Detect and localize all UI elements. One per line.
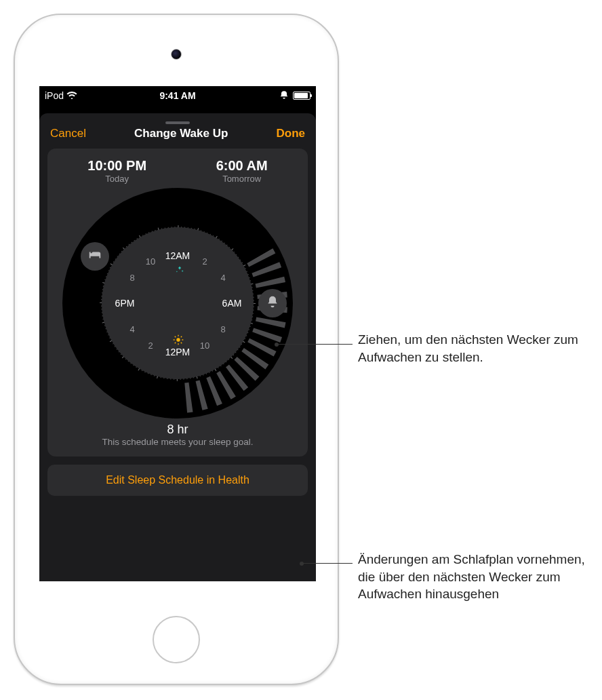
sheet-title: Change Wake Up	[86, 127, 277, 140]
status-bar: iPod 9:41 AM	[39, 86, 316, 105]
stars-icon	[175, 265, 184, 277]
hour-2: 2	[202, 256, 207, 267]
bedtime-value: 10:00 PM	[87, 158, 146, 174]
battery-icon	[293, 92, 310, 100]
svg-point-4	[176, 338, 180, 341]
bedtime-handle[interactable]	[81, 242, 109, 271]
bell-icon	[266, 295, 279, 311]
wake-block: 6:00 AM Tomorrow	[216, 158, 268, 184]
hour-10b: 10	[146, 256, 155, 267]
sun-icon	[173, 334, 184, 348]
svg-line-11	[175, 343, 176, 343]
hour-4: 4	[220, 273, 225, 283]
bedtime-day: Today	[87, 174, 146, 184]
hour-6am: 6AM	[222, 298, 242, 309]
done-button[interactable]: Done	[277, 127, 306, 140]
wake-value: 6:00 AM	[216, 158, 268, 174]
sheet-header: Cancel Change Wake Up Done	[39, 127, 316, 149]
svg-line-10	[181, 343, 182, 343]
hour-8b: 8	[129, 273, 134, 283]
callout-wake: Ziehen, um den nächsten Wecker zum Aufwa…	[358, 331, 588, 366]
hour-2b: 2	[148, 341, 153, 351]
wake-day: Tomorrow	[216, 174, 268, 184]
svg-line-12	[181, 336, 182, 337]
hour-12am: 12AM	[165, 250, 190, 261]
hour-4b: 4	[129, 324, 134, 334]
duration-sub: This schedule meets your sleep goal.	[53, 437, 302, 447]
duration-value: 8 hr	[53, 423, 302, 437]
home-button[interactable]	[153, 616, 200, 663]
hour-10: 10	[200, 341, 209, 351]
callout-line-edit	[302, 563, 353, 564]
camera	[171, 49, 182, 60]
sleep-dial[interactable]: 12AM 2 4 6AM 8 10 12PM 2 4 6PM 8 10	[62, 188, 293, 419]
hour-8: 8	[220, 324, 225, 334]
callout-edit: Änderungen am Schlafplan vornehmen, die …	[358, 551, 595, 603]
wake-handle[interactable]	[258, 289, 287, 317]
svg-line-9	[175, 336, 176, 337]
callout-line-wake	[277, 344, 353, 345]
device-frame: iPod 9:41 AM Cancel Change Wake Up Done	[14, 14, 339, 685]
bedtime-block: 10:00 PM Today	[87, 158, 146, 184]
hour-6pm: 6PM	[115, 298, 135, 309]
sleep-card: 10:00 PM Today 6:00 AM Tomorrow	[47, 149, 308, 456]
hour-12pm: 12PM	[165, 347, 190, 357]
sheet-grabber[interactable]	[165, 121, 190, 124]
statusbar-time: 9:41 AM	[39, 90, 316, 101]
bed-icon	[87, 248, 102, 265]
duration-block: 8 hr This schedule meets your sleep goal…	[53, 423, 302, 447]
edit-sleep-schedule-button[interactable]: Edit Sleep Schedule in Health	[47, 465, 308, 496]
sheet: Cancel Change Wake Up Done 10:00 PM Toda…	[39, 113, 316, 581]
cancel-button[interactable]: Cancel	[50, 127, 86, 140]
screen: iPod 9:41 AM Cancel Change Wake Up Done	[39, 86, 316, 581]
